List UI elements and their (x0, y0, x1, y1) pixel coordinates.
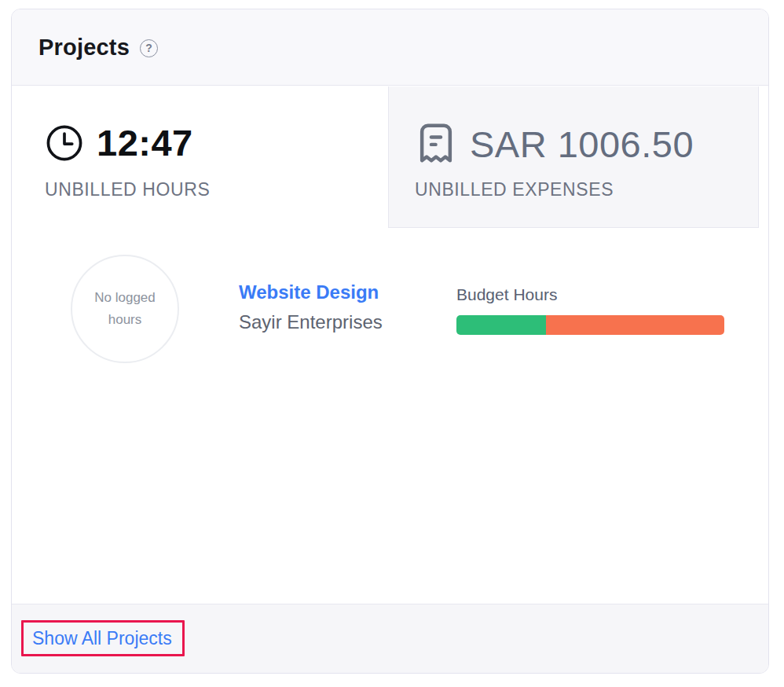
unbilled-expenses-value: SAR 1006.50 (470, 123, 694, 166)
tab-unbilled-expenses[interactable]: SAR 1006.50 UNBILLED EXPENSES (388, 86, 759, 228)
click-target-annotation: Show All Projects (21, 620, 185, 656)
tab-unbilled-hours[interactable]: 12:47 UNBILLED HOURS (12, 86, 388, 228)
project-name-link[interactable]: Website Design (239, 281, 383, 303)
receipt-icon (415, 121, 457, 167)
widget-header: Projects ? (12, 9, 768, 86)
budget-remaining-segment (546, 315, 724, 335)
budget-hours-block: Budget Hours (456, 285, 724, 335)
unbilled-expenses-label: UNBILLED EXPENSES (415, 179, 614, 200)
widget-title: Projects (38, 35, 130, 61)
project-list: No logged hours Website Design Sayir Ent… (12, 228, 768, 604)
budget-hours-label: Budget Hours (456, 285, 724, 304)
unbilled-hours-value-row: 12:47 (44, 121, 193, 164)
project-customer: Sayir Enterprises (239, 311, 383, 333)
unbilled-expenses-value-row: SAR 1006.50 (415, 121, 694, 167)
clock-icon (44, 123, 85, 163)
unbilled-hours-value: 12:47 (97, 121, 193, 164)
budget-hours-progressbar (456, 315, 724, 335)
project-info: Website Design Sayir Enterprises (239, 281, 383, 333)
budget-used-segment (456, 315, 546, 335)
projects-widget-card: Projects ? 12:47 UNBILLED HOURS (11, 9, 769, 674)
logged-hours-placeholder: No logged hours (89, 287, 161, 331)
stat-tabs: 12:47 UNBILLED HOURS SAR 1006.50 UNBILLE… (12, 86, 768, 228)
help-icon[interactable]: ? (140, 39, 158, 57)
logged-hours-circle: No logged hours (71, 255, 179, 363)
widget-footer: Show All Projects (12, 604, 768, 673)
unbilled-hours-label: UNBILLED HOURS (45, 179, 210, 200)
show-all-projects-link[interactable]: Show All Projects (24, 628, 172, 649)
